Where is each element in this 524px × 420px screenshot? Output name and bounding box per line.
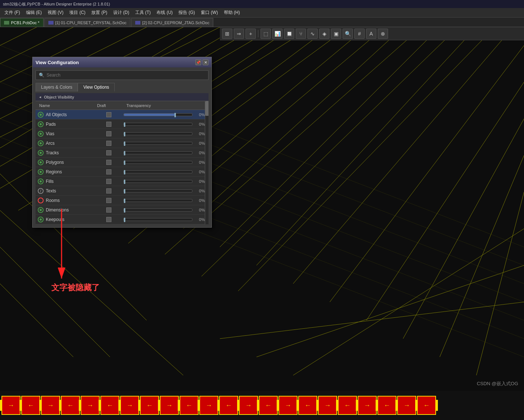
transparency-handle[interactable] [124, 180, 125, 184]
row-visibility-icon[interactable] [38, 159, 44, 165]
transparency-track[interactable] [123, 123, 192, 126]
view-options-tab[interactable]: View Options [78, 83, 114, 92]
transparency-handle[interactable] [124, 189, 125, 194]
transparency-track[interactable] [123, 161, 192, 164]
tab-2[interactable]: [2] 02-CPU_EEPROM_JTAG.SchDoc [131, 18, 213, 27]
draft-checkbox[interactable] [106, 160, 111, 165]
transparency-track[interactable] [123, 218, 192, 221]
table-row[interactable]: Rooms0% [36, 196, 209, 205]
menu-item[interactable]: 工具 (T) [132, 9, 154, 16]
transparency-handle[interactable] [124, 218, 125, 222]
toolbar-count-btn[interactable]: # [354, 29, 365, 39]
row-name-cell: Rooms [36, 198, 94, 203]
transparency-handle[interactable] [124, 199, 125, 203]
menu-item[interactable]: 项目 (C) [66, 9, 88, 16]
dialog-close-btn[interactable]: ✕ [203, 59, 209, 65]
table-row[interactable]: Vias0% [36, 129, 209, 139]
table-row[interactable]: Arcs0% [36, 139, 209, 148]
row-visibility-icon[interactable] [38, 121, 44, 127]
row-draft-cell [94, 150, 123, 155]
row-visibility-icon[interactable] [38, 169, 44, 175]
table-row[interactable]: Polygons0% [36, 158, 209, 167]
row-name-text: Regions [46, 169, 62, 174]
menu-item[interactable]: 报告 (G) [176, 9, 198, 16]
transparency-handle[interactable] [124, 141, 125, 146]
transparency-handle[interactable] [124, 122, 125, 127]
row-visibility-icon[interactable] [38, 112, 44, 118]
table-row[interactable]: Dimensions0% [36, 205, 209, 215]
transparency-handle[interactable] [124, 161, 125, 165]
toolbar-select-btn[interactable]: ⬚ [261, 29, 271, 39]
draft-checkbox[interactable] [106, 150, 111, 155]
row-visibility-icon[interactable] [38, 150, 44, 156]
toolbar-wave-btn[interactable]: ∿ [307, 29, 318, 39]
menu-item[interactable]: 布线 (U) [154, 9, 176, 16]
transparency-track[interactable] [123, 132, 192, 135]
transparency-track[interactable] [123, 151, 192, 154]
menu-item[interactable]: 设计 (D) [110, 9, 132, 16]
transparency-track[interactable] [123, 180, 192, 183]
transparency-handle[interactable] [124, 151, 125, 155]
table-row[interactable]: Pads0% [36, 119, 209, 129]
menu-item[interactable]: 窗口 (W) [198, 9, 221, 16]
draft-checkbox[interactable] [106, 198, 111, 203]
toolbar-chart-btn[interactable]: 📊 [272, 29, 283, 39]
transparency-handle[interactable] [174, 113, 176, 117]
toolbar-branch-btn[interactable]: ⑂ [296, 29, 306, 39]
scrollbar-track[interactable] [205, 101, 209, 224]
row-visibility-icon[interactable] [38, 178, 44, 184]
row-visibility-icon[interactable] [38, 207, 44, 213]
table-row[interactable]: Tracks0% [36, 148, 209, 158]
draft-checkbox[interactable] [106, 179, 111, 184]
toolbar-cross-btn[interactable]: ⊗ [378, 29, 388, 39]
row-visibility-icon[interactable] [38, 217, 44, 222]
menu-item[interactable]: 编辑 (E) [23, 9, 45, 16]
row-name-text: Texts [46, 188, 56, 194]
row-visibility-icon[interactable] [38, 198, 44, 203]
table-row[interactable]: Keepouts0% [36, 215, 209, 224]
menu-item[interactable]: 视图 (V) [45, 9, 66, 16]
table-row[interactable]: Texts0% [36, 186, 209, 196]
transparency-track[interactable] [123, 209, 192, 211]
menu-item[interactable]: 文件 (F) [1, 9, 23, 16]
draft-checkbox[interactable] [106, 169, 111, 174]
toolbar-pin-btn[interactable]: ◈ [319, 29, 329, 39]
toolbar-text-btn[interactable]: A [366, 29, 376, 39]
toolbar-inspect-btn[interactable]: 🔍 [343, 29, 353, 39]
transparency-handle[interactable] [124, 132, 125, 136]
draft-checkbox[interactable] [106, 141, 111, 146]
toolbar-route-btn[interactable]: ⇒ [234, 29, 244, 39]
draft-checkbox[interactable] [106, 188, 111, 194]
draft-checkbox[interactable] [106, 207, 111, 213]
dialog-pin-btn[interactable]: 📌 [195, 59, 201, 65]
transparency-track[interactable] [123, 170, 192, 173]
component-icon: ← [180, 396, 199, 415]
row-visibility-icon[interactable] [38, 188, 44, 194]
scrollbar-thumb[interactable] [205, 101, 209, 116]
draft-checkbox[interactable] [106, 122, 111, 127]
menu-item[interactable]: 帮助 (H) [221, 9, 243, 16]
row-visibility-icon[interactable] [38, 131, 44, 137]
transparency-track[interactable] [123, 142, 192, 145]
layers-colors-tab[interactable]: Layers & Colors [36, 83, 78, 92]
draft-checkbox[interactable] [106, 112, 111, 117]
transparency-handle[interactable] [124, 208, 125, 213]
toolbar-layers-btn[interactable]: ▣ [331, 29, 341, 39]
table-row[interactable]: Fills0% [36, 177, 209, 186]
draft-checkbox[interactable] [106, 131, 111, 136]
transparency-track[interactable] [123, 189, 192, 192]
transparency-track[interactable] [123, 199, 192, 202]
tab-1[interactable]: [1] 01-CPU_RESET_CRYSTAL.SchDoc [44, 18, 131, 27]
tab-0[interactable]: PCB1.PcbDoc * [0, 18, 44, 27]
draft-checkbox[interactable] [106, 217, 111, 222]
search-input[interactable] [47, 73, 205, 78]
transparency-handle[interactable] [124, 170, 125, 174]
transparency-track[interactable] [123, 113, 192, 116]
row-visibility-icon[interactable] [38, 140, 44, 146]
toolbar-add-btn[interactable]: + [246, 29, 256, 39]
toolbar-chip-btn[interactable]: 🔲 [284, 29, 294, 39]
table-row[interactable]: Regions0% [36, 167, 209, 177]
toolbar-filter-btn[interactable]: ⊞ [222, 29, 232, 39]
menu-item[interactable]: 放置 (P) [88, 9, 110, 16]
table-row[interactable]: All Objects0% [36, 110, 209, 119]
